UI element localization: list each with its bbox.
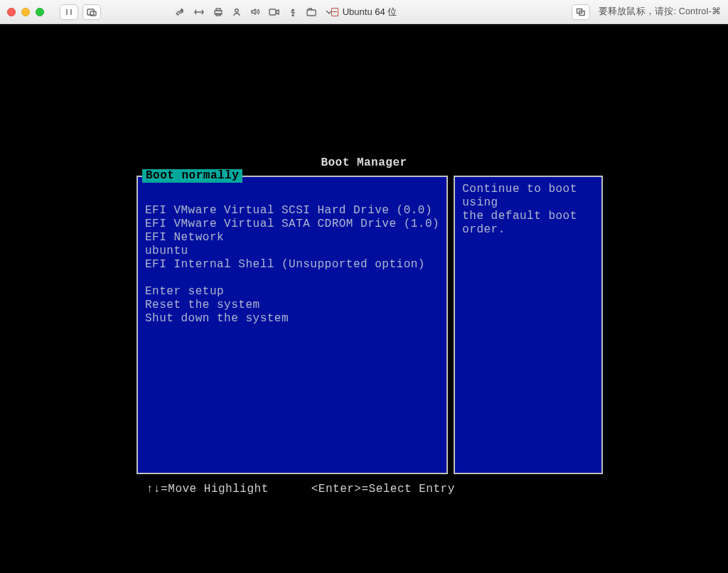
usb-icon xyxy=(288,7,298,16)
boot-manager-panels: Boot normally EFI VMware Virtual SCSI Ha… xyxy=(136,176,592,474)
system-entry[interactable]: Reset the system xyxy=(145,299,439,312)
boot-entries-list: EFI VMware Virtual SCSI Hard Drive (0.0)… xyxy=(145,204,439,326)
usb-button[interactable] xyxy=(285,4,301,20)
svg-rect-8 xyxy=(307,10,316,16)
boot-entry[interactable]: EFI VMware Virtual SATA CDROM Drive (1.0… xyxy=(145,218,439,231)
sound-button[interactable] xyxy=(247,4,263,20)
footer-select-hint: <Enter>=Select Entry xyxy=(311,483,455,496)
vm-display[interactable]: Boot Manager Boot normally EFI VMware Vi… xyxy=(0,24,728,573)
vm-control-group xyxy=(60,4,101,20)
boot-entry[interactable]: EFI VMware Virtual SCSI Hard Drive (0.0) xyxy=(145,204,439,218)
printer-button[interactable] xyxy=(210,4,226,20)
system-entry[interactable]: Shut down the system xyxy=(145,312,439,326)
settings-button[interactable] xyxy=(172,4,188,20)
resize-button[interactable] xyxy=(191,4,208,20)
video-icon xyxy=(269,8,279,16)
boot-entry[interactable]: EFI Network xyxy=(145,231,439,245)
camera-user-icon xyxy=(232,7,242,16)
devices-dropdown-button[interactable] xyxy=(323,4,336,20)
printer-icon xyxy=(213,7,223,16)
traffic-lights xyxy=(7,8,44,16)
video-capture-button[interactable] xyxy=(266,4,282,20)
release-mouse-hint: 要释放鼠标，请按: Control-⌘ xyxy=(599,6,721,18)
camera-device-button[interactable] xyxy=(229,4,245,20)
shared-folders-button[interactable] xyxy=(304,4,320,20)
boot-manager-footer: ↑↓=Move Highlight <Enter>=Select Entry xyxy=(136,483,592,496)
boot-description-panel: Continue to boot using the default boot … xyxy=(454,176,603,474)
close-window-button[interactable] xyxy=(7,8,16,16)
fullscreen-icon xyxy=(576,8,586,16)
wrench-icon xyxy=(175,7,185,17)
minimize-window-button[interactable] xyxy=(21,8,30,16)
titlebar-right: 要释放鼠标，请按: Control-⌘ xyxy=(572,4,721,20)
svg-point-5 xyxy=(235,9,238,12)
boot-entry[interactable]: EFI Internal Shell (Unsupported option) xyxy=(145,258,439,272)
chevron-down-icon xyxy=(326,9,333,15)
system-entry[interactable]: Enter setup xyxy=(145,285,439,299)
window-titlebar: Ubuntu 64 位 要释放鼠标，请按: Control-⌘ xyxy=(0,0,728,24)
share-icon xyxy=(306,8,317,16)
boot-description-line: Continue to boot using xyxy=(462,183,594,210)
zoom-window-button[interactable] xyxy=(36,8,44,16)
sound-icon xyxy=(250,7,260,16)
fullscreen-button[interactable] xyxy=(572,4,590,20)
resize-icon xyxy=(193,8,205,16)
pause-icon xyxy=(65,8,73,16)
footer-move-hint: ↑↓=Move Highlight xyxy=(146,483,269,496)
boot-manager: Boot Manager Boot normally EFI VMware Vi… xyxy=(136,156,592,496)
boot-description-line: the default boot order. xyxy=(462,210,594,237)
pause-vm-button[interactable] xyxy=(60,4,78,20)
svg-rect-3 xyxy=(216,9,220,11)
selected-boot-option[interactable]: Boot normally xyxy=(142,169,242,183)
boot-options-panel: Boot normally EFI VMware Virtual SCSI Ha… xyxy=(136,176,448,474)
boot-manager-title: Boot Manager xyxy=(136,156,592,170)
vm-devices-group xyxy=(172,4,336,20)
snapshot-button[interactable] xyxy=(82,4,101,20)
window-title-text: Ubuntu 64 位 xyxy=(343,6,397,18)
boot-entry[interactable]: ubuntu xyxy=(145,245,439,258)
svg-rect-6 xyxy=(269,9,276,15)
snapshot-icon xyxy=(87,8,97,16)
